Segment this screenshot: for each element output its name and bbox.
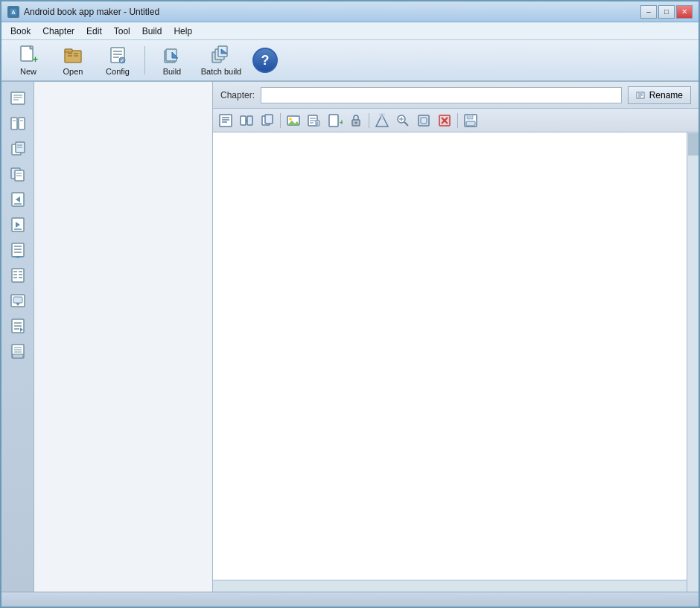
rename-label: Rename (649, 90, 683, 100)
sidebar-btn-2[interactable] (6, 112, 30, 135)
edit-area (213, 132, 699, 592)
menu-help[interactable]: Help (168, 25, 198, 38)
window-title: Android book app maker - Untitled (24, 7, 640, 17)
batch-build-icon (211, 45, 232, 65)
maximize-button[interactable]: □ (658, 5, 675, 19)
svg-rect-110 (466, 121, 475, 126)
main-window: A Android book app maker - Untitled – □ … (0, 0, 700, 608)
scrollbar-thumb[interactable] (688, 133, 699, 156)
ct-sep-3 (457, 113, 458, 128)
chapter-panel (34, 82, 213, 592)
open-icon (63, 45, 83, 65)
ct-btn-2[interactable] (237, 112, 256, 129)
menu-tool[interactable]: Tool (108, 25, 136, 38)
horizontal-scrollbar[interactable] (213, 580, 687, 592)
app-icon: A (7, 6, 19, 18)
sidebar-btn-5[interactable] (6, 188, 30, 211)
sidebar-btn-10[interactable] (6, 314, 30, 338)
menu-book[interactable]: Book (4, 25, 36, 38)
svg-rect-80 (247, 116, 252, 125)
ct-btn-save[interactable] (461, 112, 480, 129)
chapter-label: Chapter: (220, 90, 255, 100)
svg-text:A: A (11, 10, 15, 15)
config-label: Config (106, 67, 130, 76)
sidebar-btn-9[interactable] (6, 289, 30, 313)
sidebar-btn-6[interactable] (6, 213, 30, 237)
svg-rect-24 (11, 92, 25, 104)
ct-sep-2 (369, 113, 369, 128)
title-bar: A Android book app maker - Untitled – □ … (1, 1, 699, 22)
config-icon: ✓ (107, 45, 128, 65)
build-button[interactable]: Build (151, 43, 193, 77)
sidebar-btn-8[interactable] (6, 263, 30, 287)
menu-edit[interactable]: Edit (80, 25, 108, 38)
svg-rect-6 (65, 49, 72, 52)
svg-line-100 (404, 122, 408, 126)
menu-chapter[interactable]: Chapter (36, 25, 80, 38)
rename-icon (636, 90, 646, 100)
config-button[interactable]: ✓ Config (97, 43, 139, 77)
svg-rect-28 (11, 118, 17, 129)
vertical-scrollbar[interactable] (687, 132, 699, 592)
svg-point-96 (355, 121, 357, 124)
new-button[interactable]: + New (7, 43, 49, 77)
rename-button[interactable]: Rename (628, 86, 691, 104)
main-toolbar: + New Open (1, 40, 699, 82)
ct-btn-frame[interactable] (414, 112, 433, 129)
batch-build-button[interactable]: Batch build (196, 43, 246, 77)
ct-btn-3[interactable] (258, 112, 277, 129)
close-button[interactable]: ✕ (676, 5, 693, 19)
svg-text:✓: ✓ (120, 58, 124, 63)
svg-rect-79 (241, 116, 246, 125)
build-label: Build (163, 67, 181, 76)
open-button[interactable]: Open (52, 43, 94, 77)
menu-build[interactable]: Build (136, 25, 168, 38)
svg-text:+: + (340, 118, 343, 127)
chapter-input[interactable] (261, 87, 622, 103)
svg-rect-59 (13, 297, 22, 303)
ct-btn-insert-image[interactable] (284, 112, 303, 129)
svg-rect-70 (13, 354, 23, 358)
chapter-header: Chapter: Rename (213, 82, 699, 109)
ct-btn-edit-text[interactable] (305, 112, 324, 129)
new-label: New (20, 67, 36, 76)
sidebar-btn-4[interactable] (6, 162, 30, 186)
ct-btn-add-text[interactable] (216, 112, 235, 129)
status-bar (1, 592, 699, 607)
ct-btn-delete[interactable] (435, 112, 454, 129)
sidebar-btn-11[interactable] (6, 339, 30, 363)
svg-rect-46 (12, 243, 24, 257)
svg-rect-75 (220, 115, 232, 127)
svg-rect-93 (329, 115, 338, 127)
ct-sep-1 (280, 113, 281, 128)
sidebar-btn-3[interactable] (6, 137, 30, 161)
svg-rect-83 (265, 115, 273, 124)
ct-btn-add-page[interactable]: + (325, 112, 345, 129)
ct-btn-zoom[interactable] (393, 112, 413, 129)
help-button[interactable]: ? (252, 48, 278, 73)
svg-text:+: + (33, 54, 38, 65)
content-toolbar: + (213, 109, 699, 132)
open-label: Open (63, 67, 83, 76)
window-controls: – □ ✕ (640, 5, 693, 19)
sidebar-btn-7[interactable] (6, 238, 30, 262)
menu-bar: Book Chapter Edit Tool Build Help (1, 22, 699, 40)
svg-rect-51 (12, 269, 24, 282)
svg-rect-104 (421, 118, 427, 124)
ct-btn-prev[interactable] (372, 112, 392, 129)
main-content: Chapter: Rename (1, 82, 699, 592)
content-area: Chapter: Rename (213, 82, 699, 592)
toolbar-separator-1 (144, 46, 145, 74)
svg-rect-29 (19, 118, 25, 129)
left-sidebar (1, 82, 34, 592)
sidebar-btn-1[interactable] (6, 86, 30, 110)
svg-rect-109 (467, 115, 473, 119)
new-icon: + (18, 45, 39, 65)
batch-build-label: Batch build (201, 67, 241, 76)
svg-point-85 (289, 118, 292, 121)
build-icon (162, 45, 182, 65)
minimize-button[interactable]: – (640, 5, 657, 19)
ct-btn-lock[interactable] (346, 112, 366, 129)
